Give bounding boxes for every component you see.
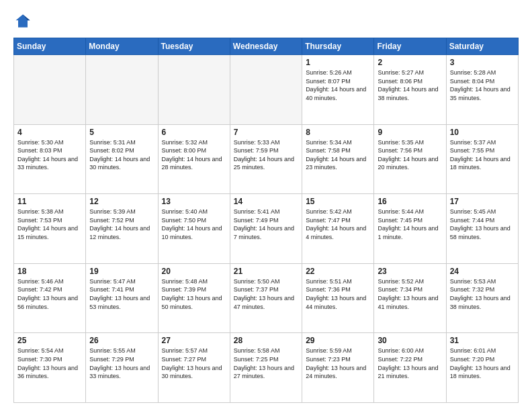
cell-text: Sunrise: 5:50 AMSunset: 7:37 PMDaylight:…	[234, 277, 298, 311]
day-number: 3	[450, 58, 515, 67]
day-number: 22	[306, 267, 370, 276]
weekday-header-monday: Monday	[86, 38, 158, 55]
cell-text: Sunrise: 5:45 AMSunset: 7:44 PMDaylight:…	[450, 208, 515, 241]
day-number: 10	[450, 128, 515, 137]
calendar-cell: 13Sunrise: 5:40 AMSunset: 7:50 PMDayligh…	[158, 194, 230, 264]
cell-text: Sunrise: 5:33 AMSunset: 7:59 PMDaylight:…	[234, 138, 298, 172]
cell-text: Sunrise: 5:38 AMSunset: 7:53 PMDaylight:…	[17, 208, 82, 241]
calendar-cell: 8Sunrise: 5:34 AMSunset: 7:58 PMDaylight…	[302, 124, 374, 194]
day-number: 9	[378, 128, 442, 137]
calendar-cell: 15Sunrise: 5:42 AMSunset: 7:47 PMDayligh…	[302, 194, 374, 264]
cell-text: Sunrise: 5:35 AMSunset: 7:56 PMDaylight:…	[378, 138, 442, 172]
weekday-header-sunday: Sunday	[14, 38, 86, 55]
day-number: 24	[450, 267, 515, 276]
calendar-cell: 25Sunrise: 5:54 AMSunset: 7:30 PMDayligh…	[14, 333, 86, 403]
calendar-cell: 18Sunrise: 5:46 AMSunset: 7:42 PMDayligh…	[14, 263, 86, 333]
calendar-cell: 30Sunrise: 6:00 AMSunset: 7:22 PMDayligh…	[374, 333, 446, 403]
calendar-cell	[158, 55, 230, 125]
calendar-cell: 26Sunrise: 5:55 AMSunset: 7:29 PMDayligh…	[86, 333, 158, 403]
cell-text: Sunrise: 5:44 AMSunset: 7:45 PMDaylight:…	[378, 208, 442, 241]
calendar-cell: 19Sunrise: 5:47 AMSunset: 7:41 PMDayligh…	[86, 263, 158, 333]
cell-text: Sunrise: 5:34 AMSunset: 7:58 PMDaylight:…	[306, 138, 370, 172]
day-number: 27	[162, 336, 226, 345]
weekday-header-tuesday: Tuesday	[158, 38, 230, 55]
cell-text: Sunrise: 6:01 AMSunset: 7:20 PMDaylight:…	[450, 347, 515, 380]
day-number: 13	[162, 197, 226, 206]
cell-text: Sunrise: 5:37 AMSunset: 7:55 PMDaylight:…	[450, 138, 515, 172]
day-number: 21	[234, 267, 298, 276]
day-number: 28	[234, 336, 298, 345]
cell-text: Sunrise: 5:59 AMSunset: 7:23 PMDaylight:…	[306, 347, 370, 380]
day-number: 30	[378, 336, 442, 345]
cell-text: Sunrise: 5:58 AMSunset: 7:25 PMDaylight:…	[234, 347, 298, 380]
calendar-cell: 12Sunrise: 5:39 AMSunset: 7:52 PMDayligh…	[86, 194, 158, 264]
cell-text: Sunrise: 5:26 AMSunset: 8:07 PMDaylight:…	[306, 68, 370, 102]
weekday-header-row: SundayMondayTuesdayWednesdayThursdayFrid…	[14, 38, 519, 55]
week-row-5: 25Sunrise: 5:54 AMSunset: 7:30 PMDayligh…	[14, 333, 519, 403]
cell-text: Sunrise: 5:48 AMSunset: 7:39 PMDaylight:…	[162, 277, 226, 311]
calendar-cell: 27Sunrise: 5:57 AMSunset: 7:27 PMDayligh…	[158, 333, 230, 403]
cell-text: Sunrise: 5:52 AMSunset: 7:34 PMDaylight:…	[378, 277, 442, 311]
calendar-cell: 22Sunrise: 5:51 AMSunset: 7:36 PMDayligh…	[302, 263, 374, 333]
cell-text: Sunrise: 5:54 AMSunset: 7:30 PMDaylight:…	[17, 347, 82, 380]
cell-text: Sunrise: 5:57 AMSunset: 7:27 PMDaylight:…	[162, 347, 226, 380]
cell-text: Sunrise: 5:41 AMSunset: 7:49 PMDaylight:…	[234, 208, 298, 241]
day-number: 4	[17, 128, 82, 137]
svg-marker-0	[16, 15, 30, 28]
calendar-cell: 21Sunrise: 5:50 AMSunset: 7:37 PMDayligh…	[230, 263, 302, 333]
day-number: 26	[89, 336, 154, 345]
calendar-cell: 7Sunrise: 5:33 AMSunset: 7:59 PMDaylight…	[230, 124, 302, 194]
day-number: 5	[89, 128, 154, 137]
day-number: 29	[306, 336, 370, 345]
calendar-cell: 28Sunrise: 5:58 AMSunset: 7:25 PMDayligh…	[230, 333, 302, 403]
calendar-cell: 31Sunrise: 6:01 AMSunset: 7:20 PMDayligh…	[446, 333, 518, 403]
cell-text: Sunrise: 5:53 AMSunset: 7:32 PMDaylight:…	[450, 277, 515, 311]
calendar-cell: 5Sunrise: 5:31 AMSunset: 8:02 PMDaylight…	[86, 124, 158, 194]
calendar-cell: 3Sunrise: 5:28 AMSunset: 8:04 PMDaylight…	[446, 55, 518, 125]
cell-text: Sunrise: 5:55 AMSunset: 7:29 PMDaylight:…	[89, 347, 154, 380]
calendar-cell	[86, 55, 158, 125]
day-number: 15	[306, 197, 370, 206]
day-number: 25	[17, 336, 82, 345]
calendar-cell	[230, 55, 302, 125]
day-number: 14	[234, 197, 298, 206]
day-number: 6	[162, 128, 226, 137]
day-number: 16	[378, 197, 442, 206]
cell-text: Sunrise: 5:39 AMSunset: 7:52 PMDaylight:…	[89, 208, 154, 241]
calendar-cell: 11Sunrise: 5:38 AMSunset: 7:53 PMDayligh…	[14, 194, 86, 264]
logo	[13, 12, 35, 31]
cell-text: Sunrise: 5:32 AMSunset: 8:00 PMDaylight:…	[162, 138, 226, 172]
calendar-cell	[14, 55, 86, 125]
week-row-1: 1Sunrise: 5:26 AMSunset: 8:07 PMDaylight…	[14, 55, 519, 125]
logo-icon	[13, 12, 32, 31]
calendar-cell: 9Sunrise: 5:35 AMSunset: 7:56 PMDaylight…	[374, 124, 446, 194]
week-row-2: 4Sunrise: 5:30 AMSunset: 8:03 PMDaylight…	[14, 124, 519, 194]
week-row-4: 18Sunrise: 5:46 AMSunset: 7:42 PMDayligh…	[14, 263, 519, 333]
day-number: 12	[89, 197, 154, 206]
day-number: 18	[17, 267, 82, 276]
cell-text: Sunrise: 6:00 AMSunset: 7:22 PMDaylight:…	[378, 347, 442, 380]
day-number: 19	[89, 267, 154, 276]
cell-text: Sunrise: 5:46 AMSunset: 7:42 PMDaylight:…	[17, 277, 82, 311]
cell-text: Sunrise: 5:40 AMSunset: 7:50 PMDaylight:…	[162, 208, 226, 241]
week-row-3: 11Sunrise: 5:38 AMSunset: 7:53 PMDayligh…	[14, 194, 519, 264]
weekday-header-thursday: Thursday	[302, 38, 374, 55]
day-number: 23	[378, 267, 442, 276]
cell-text: Sunrise: 5:47 AMSunset: 7:41 PMDaylight:…	[89, 277, 154, 311]
weekday-header-friday: Friday	[374, 38, 446, 55]
calendar-cell: 2Sunrise: 5:27 AMSunset: 8:06 PMDaylight…	[374, 55, 446, 125]
calendar-cell: 4Sunrise: 5:30 AMSunset: 8:03 PMDaylight…	[14, 124, 86, 194]
day-number: 31	[450, 336, 515, 345]
calendar-cell: 10Sunrise: 5:37 AMSunset: 7:55 PMDayligh…	[446, 124, 518, 194]
cell-text: Sunrise: 5:51 AMSunset: 7:36 PMDaylight:…	[306, 277, 370, 311]
day-number: 1	[306, 58, 370, 67]
page: SundayMondayTuesdayWednesdayThursdayFrid…	[0, 0, 532, 411]
calendar-cell: 20Sunrise: 5:48 AMSunset: 7:39 PMDayligh…	[158, 263, 230, 333]
day-number: 2	[378, 58, 442, 67]
cell-text: Sunrise: 5:42 AMSunset: 7:47 PMDaylight:…	[306, 208, 370, 241]
calendar-cell: 23Sunrise: 5:52 AMSunset: 7:34 PMDayligh…	[374, 263, 446, 333]
day-number: 17	[450, 197, 515, 206]
calendar-cell: 1Sunrise: 5:26 AMSunset: 8:07 PMDaylight…	[302, 55, 374, 125]
day-number: 11	[17, 197, 82, 206]
calendar-cell: 16Sunrise: 5:44 AMSunset: 7:45 PMDayligh…	[374, 194, 446, 264]
